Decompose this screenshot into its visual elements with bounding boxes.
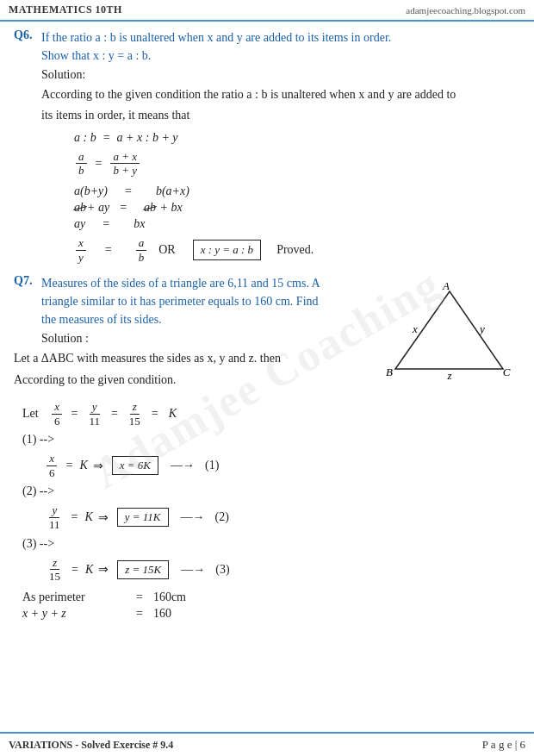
- q6-frac-rhs: a + x b + y: [110, 150, 140, 178]
- frac-y11-2: y 11: [47, 503, 63, 531]
- vertex-c-label: C: [503, 366, 511, 378]
- q6-eq3: a(b+y) = b(a+x): [74, 184, 520, 198]
- arrow-z: ⇒: [98, 562, 109, 577]
- side-z-label: z: [446, 369, 451, 382]
- xyz-label: x + y + z: [22, 607, 126, 621]
- result-x: x = 6K: [112, 456, 158, 475]
- q6-eq2: a b = a + x b + y: [74, 150, 520, 178]
- q6-eq1: a : b = a + x : b + y: [74, 131, 520, 145]
- q6-eq5: ay = bx: [74, 217, 520, 231]
- q7-text-area: Q7. Measures of the sides of a triangle …: [14, 274, 374, 393]
- q7-line1: Measures of the sides of a triangle are …: [41, 277, 320, 290]
- eq1-lhs: a : b: [74, 131, 96, 145]
- question-6: Q6. If the ratio a : b is unaltered when…: [14, 28, 520, 264]
- main-content: Q6. If the ratio a : b is unaltered when…: [0, 22, 534, 707]
- arrow-x2: —→: [171, 459, 195, 472]
- q6-math-area: a : b = a + x : b + y a b = a + x b + y …: [40, 131, 520, 264]
- step1: (1): [205, 459, 219, 472]
- or-text: OR: [158, 243, 175, 257]
- q6-frac-xy: x y: [76, 236, 86, 264]
- q6-para2: its items in order, it means that: [41, 106, 520, 125]
- per-eq: =: [136, 590, 143, 604]
- q7-eq-y: y 11 = K ⇒ y = 11K —→ (2): [22, 503, 520, 531]
- q6-para1: According to the given condition the rat…: [41, 85, 520, 104]
- arrow-z2: —→: [181, 563, 205, 577]
- triangle-diagram: A B C x y z: [382, 283, 520, 385]
- result-y: y = 11K: [117, 508, 169, 527]
- q6-text: If the ratio a : b is unaltered when x a…: [41, 28, 520, 65]
- q7-let-main: Let x 6 = y 11 = z 15 = K: [22, 400, 520, 428]
- q7-para1: Let a ΔABC with measures the sides as x,…: [14, 349, 374, 368]
- q7-line3: the measures of its sides.: [41, 313, 162, 326]
- arrow-x: ⇒: [93, 459, 103, 473]
- k-y: K: [84, 510, 92, 524]
- step2: (2): [215, 510, 229, 524]
- q7-block: Q7. Measures of the sides of a triangle …: [14, 274, 520, 393]
- per-row2: x + y + z = 160: [22, 607, 520, 621]
- arrow-y2: —→: [181, 510, 205, 524]
- footer-left: VARIATIONS - Solved Exercise # 9.4: [9, 739, 173, 752]
- q7-para2: According to the given condition.: [14, 371, 374, 390]
- per-value: 160cm: [153, 590, 186, 604]
- xyz-val: 160: [153, 607, 171, 621]
- q7-number: Q7.: [14, 274, 41, 288]
- q7-eq-x: x 6 = K ⇒ x = 6K —→ (1): [22, 452, 520, 479]
- frac-z15: z 15: [127, 400, 143, 428]
- q6-frac-lhs: a b: [76, 150, 87, 178]
- svg-marker-0: [395, 291, 503, 369]
- eq4-ab-left: ab: [74, 201, 86, 215]
- vertex-a-label: A: [442, 283, 450, 292]
- q6-solution-label: Solution:: [41, 68, 520, 82]
- q6-number: Q6.: [14, 28, 41, 42]
- per-row1: As perimeter = 160cm: [22, 590, 520, 604]
- eq1-rhs: a + x : b + y: [117, 131, 178, 145]
- q7-question-line: Q7. Measures of the sides of a triangle …: [14, 274, 374, 328]
- q7-perimeter-area: As perimeter = 160cm x + y + z = 160: [22, 590, 520, 621]
- step3: (3): [215, 563, 229, 577]
- side-y-label: y: [478, 322, 485, 335]
- frac-z15-2: z 15: [47, 556, 63, 584]
- vertex-b-label: B: [386, 366, 393, 378]
- q6-boxed-result: x : y = a : b: [193, 240, 261, 260]
- question-7: Q7. Measures of the sides of a triangle …: [14, 274, 520, 621]
- page-header: Mathematics 10th adamjeecoaching.blogspo…: [0, 0, 534, 22]
- header-website: adamjeecoaching.blogspot.com: [406, 5, 525, 16]
- footer-right: P a g e | 6: [482, 738, 525, 752]
- frac-x6: x 6: [52, 400, 63, 428]
- q6-eq4: ab + ay = ab + bx: [74, 201, 520, 215]
- q6-frac-ab: a b: [136, 236, 147, 264]
- eq4-ab-right: ab: [144, 201, 156, 215]
- frac-x6-2: x 6: [47, 452, 58, 479]
- q7-text: Measures of the sides of a triangle are …: [41, 274, 374, 328]
- q6-line1: If the ratio a : b is unaltered when x a…: [41, 31, 391, 44]
- let-label: Let: [22, 407, 47, 421]
- header-title: Mathematics 10th: [9, 3, 122, 16]
- eq3-text: a(b+y): [74, 184, 108, 198]
- k-z: K: [85, 563, 93, 577]
- arrow-y: ⇒: [98, 510, 109, 525]
- k-label: K: [169, 407, 177, 421]
- per-label: As perimeter: [22, 590, 126, 604]
- k-x: K: [79, 459, 87, 472]
- q7-eq-z: z 15 = K ⇒ z = 15K —→ (3): [22, 556, 520, 584]
- q6-line2: Show that x : y = a : b.: [41, 49, 151, 62]
- page-footer: VARIATIONS - Solved Exercise # 9.4 P a g…: [0, 732, 534, 756]
- xyz-eq: =: [136, 607, 143, 621]
- q7-line2: triangle similar to it has perimeter equ…: [41, 295, 319, 308]
- frac-y11: y 11: [86, 400, 102, 428]
- side-x-label: x: [412, 322, 418, 335]
- q7-triangle-area: A B C x y z: [382, 274, 520, 385]
- q6-eq6: x y = a b OR x : y = a : b Proved.: [74, 236, 520, 264]
- q6-question-line: Q6. If the ratio a : b is unaltered when…: [14, 28, 520, 65]
- result-z: z = 15K: [117, 560, 169, 579]
- eq3-rhs: b(a+x): [156, 184, 189, 198]
- q6-proved: Proved.: [276, 243, 314, 257]
- q7-solution-label: Solution :: [41, 332, 374, 346]
- q7-let-area: Let x 6 = y 11 = z 15 = K (1) -->: [22, 400, 520, 584]
- triangle-svg: A B C x y z: [382, 283, 516, 382]
